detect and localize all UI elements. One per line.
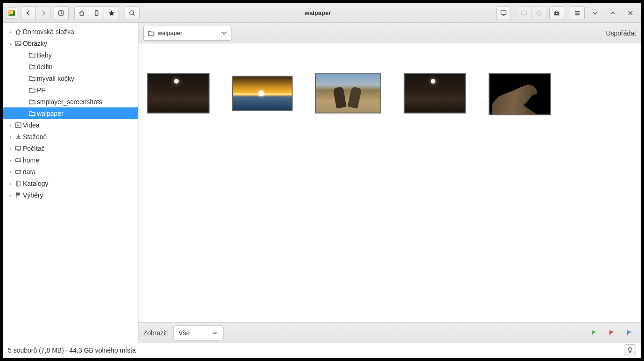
- minimize-button[interactable]: [588, 6, 602, 20]
- sidebar-item-domovsk-slo-ka[interactable]: ›Domovská složka: [3, 26, 138, 37]
- favorites-button[interactable]: [104, 6, 119, 20]
- thumbnail[interactable]: [404, 73, 466, 113]
- sidebar-item-videa[interactable]: ›Videa: [3, 119, 138, 131]
- search-button[interactable]: [125, 6, 140, 20]
- tag-button: [532, 6, 546, 20]
- folder-icon: [28, 86, 36, 94]
- sidebar-item-m-val-ko-ky[interactable]: mývalí kočky: [3, 72, 138, 84]
- sidebar-item-label: Výběry: [22, 191, 46, 199]
- expand-icon[interactable]: ›: [6, 169, 14, 175]
- image-icon: [14, 40, 22, 47]
- sidebar-item-label: walpaper: [36, 110, 66, 117]
- folder-icon: [28, 75, 36, 82]
- book-icon: [14, 180, 22, 187]
- tools-button[interactable]: [549, 6, 564, 20]
- status-bar: 5 souborů (7,8 MB) · 44,3 GB volného mís…: [3, 343, 641, 358]
- sidebar-item-label: Katalogy: [22, 180, 51, 187]
- sidebar-item-baby[interactable]: Baby: [3, 49, 138, 61]
- home-button[interactable]: [74, 6, 89, 20]
- filter-value: Vše: [178, 329, 189, 337]
- sidebar-item-label: data: [22, 168, 38, 176]
- sidebar-item-sta-en-[interactable]: ›Stažené: [3, 131, 138, 142]
- expand-icon[interactable]: ›: [6, 192, 14, 198]
- drive-icon: [14, 156, 22, 164]
- close-button[interactable]: [623, 6, 638, 20]
- download-icon: [14, 133, 22, 141]
- thumbnail[interactable]: [315, 73, 381, 113]
- sidebar-item-v-b-ry[interactable]: ›Výběry: [3, 189, 138, 201]
- path-current-label: walpaper: [158, 29, 182, 36]
- drive-icon: [14, 168, 22, 176]
- sidebar-item-obr-zky[interactable]: ⌄Obrázky: [3, 37, 138, 49]
- expand-icon[interactable]: ›: [6, 181, 14, 186]
- expand-icon[interactable]: ›: [6, 157, 14, 163]
- sidebar-item-po-ta-[interactable]: ›Počítač: [3, 142, 138, 154]
- computer-icon: [14, 145, 22, 152]
- folder-icon: [28, 98, 36, 106]
- sidebar-item-delfin[interactable]: delfin: [3, 61, 138, 72]
- flag-red-button[interactable]: [608, 329, 616, 337]
- folder-icon: [28, 51, 36, 59]
- flag-blue-button[interactable]: [626, 329, 633, 337]
- filter-dropdown[interactable]: Vše: [173, 326, 224, 340]
- forward-button: [36, 6, 51, 20]
- sidebar-tree[interactable]: ›Domovská složka⌄ObrázkyBabydelfinmývalí…: [3, 23, 139, 343]
- sidebar-item-home[interactable]: ›home: [3, 154, 138, 166]
- status-text: 5 souborů (7,8 MB) · 44,3 GB volného mís…: [8, 347, 136, 354]
- flag-green-button[interactable]: [590, 329, 598, 337]
- comment-button: [517, 6, 532, 20]
- home-icon: [14, 28, 22, 35]
- sidebar-item-label: Domovská složka: [22, 28, 77, 35]
- sidebar-item-pf[interactable]: PF: [3, 84, 138, 96]
- thumbnail[interactable]: [232, 76, 293, 111]
- thumbnail-area[interactable]: [139, 43, 641, 322]
- sidebar-item-label: home: [22, 156, 42, 164]
- flag-icon: [14, 191, 22, 199]
- path-dropdown[interactable]: walpaper: [143, 26, 232, 41]
- history-button[interactable]: [54, 6, 69, 20]
- chevron-down-icon: [220, 29, 228, 37]
- sidebar-item-label: Baby: [36, 51, 55, 59]
- sidebar-item-label: Stažené: [22, 133, 49, 141]
- sidebar-item-katalogy[interactable]: ›Katalogy: [3, 177, 138, 189]
- maximize-button[interactable]: [605, 6, 620, 20]
- expand-icon[interactable]: ›: [6, 122, 14, 128]
- path-bar: walpaper Uspořádat: [139, 23, 641, 43]
- sidebar-item-walpaper[interactable]: walpaper: [3, 107, 138, 119]
- sidebar-item-label: PF: [36, 86, 48, 94]
- app-logo-icon: [6, 7, 17, 19]
- thumbnail[interactable]: [147, 73, 210, 113]
- sidebar-item-label: delfin: [36, 63, 55, 71]
- folder-icon: [28, 63, 36, 71]
- filter-label: Zobrazit:: [143, 329, 168, 337]
- sidebar-item-label: Počítač: [22, 145, 48, 152]
- sidebar-item-label: mývalí kočky: [36, 75, 77, 82]
- sidebar-item-smplayer-screenshots[interactable]: smplayer_screenshots: [3, 96, 138, 107]
- sidebar-item-label: Videa: [22, 121, 42, 129]
- folder-icon: [28, 110, 36, 117]
- expand-icon[interactable]: ›: [6, 29, 14, 35]
- device-button[interactable]: [89, 6, 104, 20]
- video-icon: [14, 121, 22, 129]
- filter-bar: Zobrazit: Vše: [139, 322, 641, 343]
- headerbar: walpaper: [3, 3, 641, 23]
- sidebar-item-label: smplayer_screenshots: [36, 98, 105, 106]
- back-button[interactable]: [21, 6, 36, 20]
- slideshow-button[interactable]: [496, 6, 511, 20]
- collapse-icon[interactable]: ⌄: [6, 40, 14, 46]
- arrange-button[interactable]: Uspořádat: [606, 29, 636, 37]
- sidebar-item-label: Obrázky: [22, 40, 50, 47]
- thumbnail[interactable]: [489, 73, 551, 115]
- sidebar-item-data[interactable]: ›data: [3, 166, 138, 177]
- expand-icon[interactable]: ›: [6, 146, 14, 151]
- menu-button[interactable]: [570, 6, 585, 20]
- window-title: walpaper: [142, 9, 493, 16]
- hint-button[interactable]: [624, 344, 636, 356]
- expand-icon[interactable]: ›: [6, 134, 14, 140]
- chevron-down-icon: [211, 329, 218, 337]
